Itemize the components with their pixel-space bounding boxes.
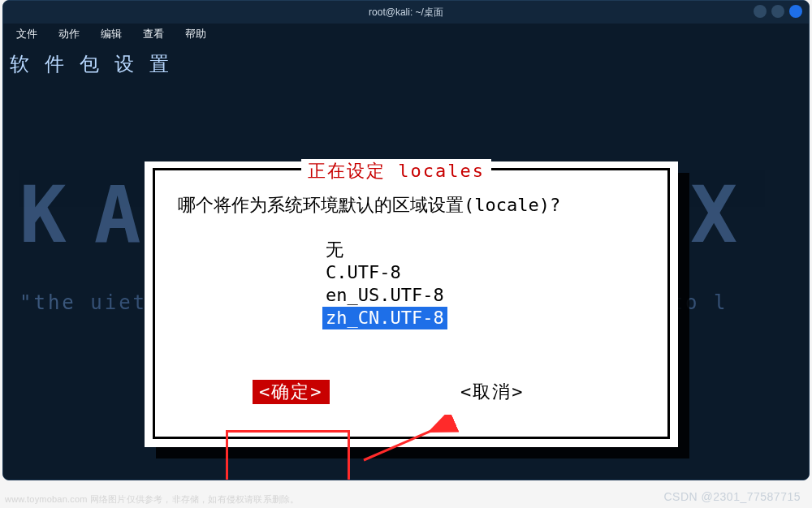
window-title: root@kali: ~/桌面 <box>369 6 443 19</box>
watermark-text: CSDN @2301_77587715 <box>664 490 801 503</box>
app-window: root@kali: ~/桌面 文件 动作 编辑 查看 帮助 软件包设置 KAL… <box>2 0 810 480</box>
menu-bar: 文件 动作 编辑 查看 帮助 <box>3 24 809 45</box>
menu-file[interactable]: 文件 <box>13 25 41 43</box>
ok-button[interactable]: <确定> <box>253 380 330 404</box>
menu-edit[interactable]: 编辑 <box>97 25 125 43</box>
window-minimize-button[interactable] <box>754 5 767 18</box>
menu-help[interactable]: 帮助 <box>182 25 209 43</box>
cancel-button[interactable]: <取消> <box>460 380 525 404</box>
terminal-body: 软件包设置 KALI LINUX "the uieter you become,… <box>3 45 809 480</box>
footer-source-text: www.toymoban.com 网络图片仅供参考，非存储，如有侵权请联系删除。 <box>5 493 299 506</box>
dialog-title: 正在设定 locales <box>301 159 491 183</box>
page-heading: 软件包设置 <box>10 51 184 77</box>
dialog-choice-enus[interactable]: en_US.UTF-8 <box>322 284 447 307</box>
menu-view[interactable]: 查看 <box>140 25 167 43</box>
dialog-choice-list: 无 C.UTF-8 en_US.UTF-8 zh_CN.UTF-8 <box>322 239 667 329</box>
window-maximize-button[interactable] <box>771 5 784 18</box>
window-close-button[interactable] <box>789 5 802 18</box>
dialog-question: 哪个将作为系统环境默认的区域设置(locale)? <box>178 193 667 217</box>
dialog-choice-zhcn[interactable]: zh_CN.UTF-8 <box>322 307 447 329</box>
dialog-panel: 正在设定 locales 哪个将作为系统环境默认的区域设置(locale)? 无… <box>145 161 678 447</box>
window-titlebar: root@kali: ~/桌面 <box>3 1 809 24</box>
dialog-border: 正在设定 locales 哪个将作为系统环境默认的区域设置(locale)? 无… <box>153 168 670 439</box>
menu-action[interactable]: 动作 <box>55 25 83 43</box>
window-controls <box>754 5 802 18</box>
dialog-choice-none[interactable]: 无 <box>322 239 347 261</box>
dialog-choice-cutf8[interactable]: C.UTF-8 <box>322 261 404 284</box>
